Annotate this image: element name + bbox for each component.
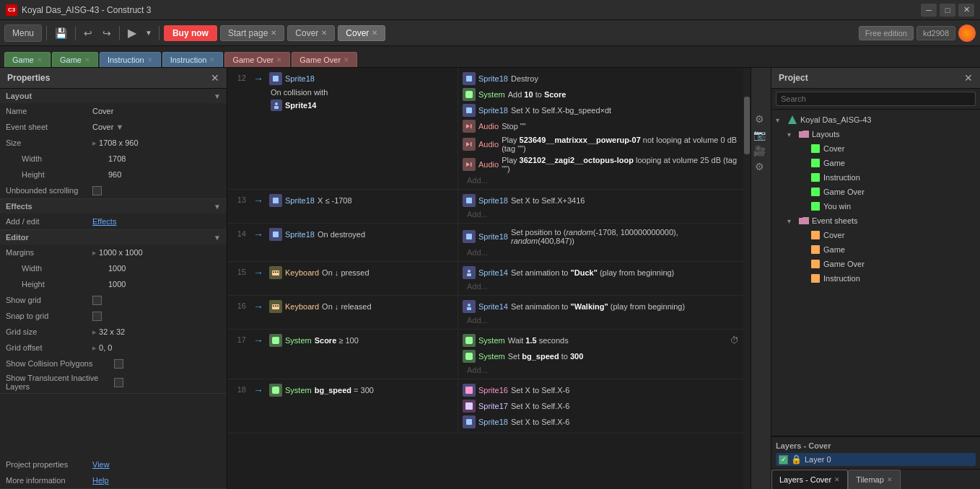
layers-tab-close[interactable]: ✕ [834, 476, 840, 483]
show-translucent-label: Show Translucent Inactive Layers [6, 374, 114, 391]
layout-youwin[interactable]: You win [795, 199, 980, 213]
show-collision-checkbox[interactable] [114, 359, 123, 369]
layout-instruction[interactable]: Instruction [795, 170, 980, 185]
tab-game-1[interactable]: Game ✕ [4, 52, 51, 67]
start-page-tab[interactable]: Start page ✕ [220, 25, 284, 41]
tab-gameover-1[interactable]: Game Over ✕ [224, 52, 290, 67]
tab-game-2[interactable]: Game ✕ [52, 52, 98, 67]
cover-tab-2[interactable]: Cover ✕ [338, 25, 385, 41]
effects-section-header[interactable]: Effects ▼ [0, 199, 227, 213]
editor-section: Editor ▼ Margins ▸ 1000 x 1000 Width 100… [0, 230, 227, 394]
tab-game-2-close[interactable]: ✕ [84, 56, 90, 63]
cond-13: → Sprite18 X ≤ -1708 [253, 193, 453, 208]
play2-text: Play 362102__zagi2__octopus-loop looping… [502, 156, 739, 173]
tab-gameover-2-close[interactable]: ✕ [344, 56, 349, 63]
cover-tab-1-close[interactable]: ✕ [321, 29, 327, 37]
effects-link[interactable]: Effects [92, 217, 221, 226]
tab-instruction-1[interactable]: Instruction ✕ [100, 52, 161, 67]
undo-button[interactable]: ↩ [80, 26, 96, 40]
show-translucent-checkbox[interactable] [114, 378, 123, 387]
buy-now-button[interactable]: Buy now [164, 25, 217, 41]
side-icon-2[interactable]: 📷 [751, 127, 767, 143]
snap-grid-checkbox[interactable] [92, 312, 102, 321]
sheet-cover[interactable]: Cover [795, 228, 980, 242]
svg-rect-41 [811, 231, 820, 239]
sheet-gameover[interactable]: Game Over [795, 257, 980, 271]
add-action-12[interactable]: Add... [463, 175, 739, 186]
width-label: Width [22, 154, 108, 163]
event-scroll[interactable]: 12 → Sprite18 On collision with [227, 68, 743, 489]
tree-eventsheets-folder[interactable]: ▾ Event sheets [783, 213, 980, 228]
save-button[interactable]: 💾 [51, 26, 71, 40]
collision-text: On collision with [271, 88, 328, 97]
duck-anim-text: Set animation to "Duck" (play from begin… [511, 268, 674, 277]
layer-visible-checkbox[interactable]: ✓ [779, 455, 788, 464]
project-panel: Project ✕ ▾ Koyal Das_AISG-43 ▾ Layouts [771, 68, 980, 489]
cover-tab-1[interactable]: Cover ✕ [287, 25, 335, 41]
layout-gameover[interactable]: Game Over [795, 185, 980, 199]
tilemap-tab-close[interactable]: ✕ [887, 476, 893, 483]
tab-instruction-1-close[interactable]: ✕ [147, 56, 153, 63]
add-action-16[interactable]: Add... [463, 314, 739, 326]
tab-gameover-2[interactable]: Game Over ✕ [292, 52, 357, 67]
redo-button[interactable]: ↪ [99, 26, 115, 40]
show-grid-checkbox[interactable] [92, 296, 102, 305]
properties-close-button[interactable]: ✕ [211, 72, 219, 84]
side-icon-1[interactable]: ⚙ [751, 111, 767, 127]
show-grid-label: Show grid [6, 296, 92, 304]
tab-gameover-1-close[interactable]: ✕ [276, 56, 282, 63]
layout-gameover-icon [810, 186, 821, 198]
maximize-button[interactable]: □ [940, 4, 955, 17]
tab-game-2-label: Game [60, 56, 82, 64]
tab-instruction-2[interactable]: Instruction ✕ [162, 52, 224, 67]
tree-layouts-folder[interactable]: ▾ Layouts [783, 127, 980, 141]
scrollbar-thumb[interactable] [744, 97, 750, 154]
vertical-scrollbar[interactable] [743, 68, 751, 489]
menu-button[interactable]: Menu [4, 25, 42, 42]
tab-instruction-2-close[interactable]: ✕ [209, 56, 215, 63]
layout-cover[interactable]: Cover [795, 141, 980, 156]
close-button[interactable]: ✕ [958, 4, 974, 17]
tilemap-tab[interactable]: Tilemap ✕ [848, 470, 901, 489]
start-page-close[interactable]: ✕ [271, 29, 276, 37]
view-link[interactable]: View [92, 460, 221, 469]
tree-root[interactable]: ▾ Koyal Das_AISG-43 [771, 113, 980, 127]
layout-game[interactable]: Game [795, 156, 980, 170]
sheet-gameover-label: Game Over [823, 260, 865, 268]
event-actions-12: Sprite18 Destroy System Add 10 to Score [458, 68, 743, 189]
layout-section-header[interactable]: Layout ▼ [0, 89, 227, 103]
add-action-15[interactable]: Add... [463, 281, 739, 292]
more-info-row: More information Help [0, 472, 227, 488]
layer-item[interactable]: ✓ 🔒 Layer 0 [776, 453, 976, 466]
add-action-13[interactable]: Add... [463, 208, 739, 220]
editor-section-header[interactable]: Editor ▼ [0, 230, 227, 244]
layers-cover-tab[interactable]: Layers - Cover ✕ [771, 470, 848, 489]
minimize-button[interactable]: ─ [921, 4, 937, 17]
sheet-game[interactable]: Game [795, 242, 980, 257]
side-icon-4[interactable]: ⚙ [751, 159, 767, 175]
show-collision-label: Show Collision Polygons [6, 359, 114, 368]
play-button[interactable]: ▶ [124, 25, 140, 41]
event-conditions-16: → Keyboard On ↓ released [249, 296, 458, 329]
search-input[interactable] [776, 92, 976, 106]
cover-tab-2-label: Cover [346, 28, 369, 38]
cover-tab-2-close[interactable]: ✕ [372, 29, 377, 37]
help-link[interactable]: Help [92, 476, 221, 485]
wait-text: Wait 1.5 seconds [508, 336, 569, 345]
add-action-17[interactable]: Add... [463, 364, 739, 376]
system-icon-1 [463, 88, 476, 101]
play-dropdown[interactable]: ▼ [143, 27, 154, 38]
tab-game-1-close[interactable]: ✕ [37, 56, 43, 63]
unbounded-checkbox[interactable] [92, 186, 102, 195]
sheet-instruction[interactable]: Instruction [795, 271, 980, 286]
side-icon-3[interactable]: 🎥 [751, 143, 767, 159]
project-close-button[interactable]: ✕ [964, 72, 973, 84]
user-avatar[interactable] [958, 25, 976, 42]
svg-rect-43 [811, 260, 820, 268]
svg-rect-27 [467, 307, 471, 310]
margin-width-value: 1000 [108, 264, 221, 273]
event-num-12: 12 [227, 68, 249, 189]
sheet-cover-icon [810, 229, 821, 241]
add-action-14[interactable]: Add... [463, 247, 739, 258]
margins-row: Margins ▸ 1000 x 1000 [0, 244, 227, 260]
